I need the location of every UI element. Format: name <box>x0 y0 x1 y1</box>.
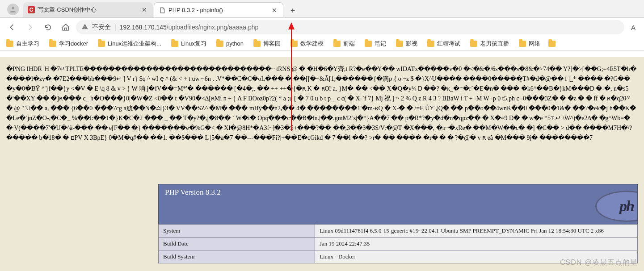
tab-csdn[interactable]: C 写文章-CSDN创作中心 ✕ <box>23 2 153 17</box>
bookmark-label: 前端 <box>343 40 355 48</box>
read-aloud-button[interactable]: A <box>627 24 640 31</box>
security-label: 不安全 <box>92 23 111 31</box>
folder-icon <box>6 41 13 47</box>
folder-icon <box>519 41 526 47</box>
phpinfo-value: Jan 19 2024 22:47:35 <box>315 238 638 250</box>
folder-icon <box>216 41 223 47</box>
bookmark-folder[interactable]: 影视 <box>393 39 420 49</box>
bookmark-overflow[interactable] <box>547 40 556 48</box>
bookmark-folder[interactable]: 数学建模 <box>288 39 326 49</box>
bookmark-folder[interactable]: 学习docker <box>46 39 91 49</box>
bookmark-label: 老男孩直播 <box>480 40 509 48</box>
home-button[interactable] <box>58 20 73 35</box>
bookmark-label: 数学建模 <box>300 40 324 48</box>
reload-button[interactable] <box>40 20 55 35</box>
folder-icon <box>427 41 434 47</box>
url-display: 192.168.170.145/uploadfiles/nginx.png/aa… <box>120 24 259 31</box>
folder-icon <box>333 41 341 47</box>
phpinfo-table: System Linux 09d1114761f4 6.5.0-15-gener… <box>158 224 638 263</box>
bookmark-label: 网络 <box>529 40 540 48</box>
php-version-label: PHP Version 8.3.2 <box>165 188 221 197</box>
profile-avatar-icon[interactable] <box>7 4 19 15</box>
annotation-arrow-icon <box>291 24 292 131</box>
bookmarks-bar: 自主学习 学习docker Linux运维企业架构... Linux复习 pyt… <box>0 37 644 51</box>
bookmark-folder[interactable]: Linux运维企业架构... <box>95 39 164 49</box>
folder-icon <box>253 41 261 47</box>
bookmark-label: 自主学习 <box>16 40 39 48</box>
phpinfo-value: Linux 09d1114761f4 6.5.0-15-generic #15~… <box>315 225 638 238</box>
svg-rect-1 <box>84 26 85 27</box>
bookmark-folder[interactable]: 博客园 <box>251 39 283 49</box>
close-icon[interactable]: ✕ <box>140 6 148 13</box>
php-logo-icon: ph <box>595 191 638 222</box>
folder-icon <box>396 41 403 47</box>
watermark: CSDN @凌晨五点的星 <box>560 258 638 267</box>
table-row: System Linux 09d1114761f4 6.5.0-15-gener… <box>159 225 638 238</box>
phpinfo-block: PHP Version 8.3.2 ph System Linux 09d111… <box>158 184 638 263</box>
folder-icon <box>171 41 178 47</box>
svg-point-0 <box>12 7 14 9</box>
bookmark-folder[interactable]: 自主学习 <box>4 39 42 49</box>
back-button[interactable] <box>4 20 20 35</box>
bookmark-label: 影视 <box>406 40 417 48</box>
svg-rect-2 <box>84 28 85 28</box>
bookmark-folder[interactable]: 老男孩直播 <box>467 39 512 49</box>
bookmark-folder[interactable]: 红帽考试 <box>425 39 463 49</box>
tab-strip: C 写文章-CSDN创作中心 ✕ PHP 8.3.2 - phpinfo() ✕… <box>0 0 644 18</box>
bookmark-folder[interactable]: 网络 <box>516 39 543 49</box>
table-row: Build Date Jan 19 2024 22:47:35 <box>159 238 638 250</box>
address-bar[interactable]: 不安全 | 192.168.170.145/uploadfiles/nginx.… <box>76 20 624 34</box>
raw-png-bytes-text: �PNG IHDR 'H �7↵TPLTE�������������������… <box>6 64 638 181</box>
tab-title: 写文章-CSDN创作中心 <box>38 6 138 14</box>
folder-icon <box>98 41 105 47</box>
address-row: 不安全 | 192.168.170.145/uploadfiles/nginx.… <box>0 18 644 37</box>
bookmark-label: 学习docker <box>59 40 88 48</box>
not-secure-icon <box>81 23 88 32</box>
phpinfo-key: System <box>159 225 315 238</box>
separator: | <box>114 24 116 31</box>
bookmark-folder[interactable]: 笔记 <box>362 39 389 49</box>
close-icon[interactable]: ✕ <box>270 7 278 14</box>
folder-icon <box>548 41 556 47</box>
bookmark-label: Linux复习 <box>181 40 206 48</box>
bookmark-label: Linux运维企业架构... <box>108 40 161 48</box>
page-content: �PNG IHDR 'H �7↵TPLTE�������������������… <box>0 57 644 271</box>
bookmark-label: 笔记 <box>375 40 386 48</box>
folder-icon <box>49 41 56 47</box>
tab-phpinfo[interactable]: PHP 8.3.2 - phpinfo() ✕ <box>154 2 283 17</box>
phpinfo-key: Build System <box>159 250 315 263</box>
folder-icon <box>365 41 372 47</box>
forward-button[interactable] <box>22 20 38 35</box>
bookmark-label: python <box>226 40 244 47</box>
bookmark-folder[interactable]: 前端 <box>331 39 358 49</box>
bookmark-label: 红帽考试 <box>437 40 460 48</box>
folder-icon <box>470 41 477 47</box>
tab-title: PHP 8.3.2 - phpinfo() <box>168 7 268 13</box>
phpinfo-key: Build Date <box>159 238 315 250</box>
new-tab-button[interactable]: + <box>286 4 299 17</box>
page-favicon-icon <box>159 7 166 14</box>
bookmark-folder[interactable]: Linux复习 <box>168 39 209 49</box>
phpinfo-header: PHP Version 8.3.2 ph <box>158 184 638 224</box>
bookmark-label: 博客园 <box>263 40 281 48</box>
csdn-favicon-icon: C <box>28 6 35 13</box>
bookmark-folder[interactable]: python <box>214 39 246 48</box>
